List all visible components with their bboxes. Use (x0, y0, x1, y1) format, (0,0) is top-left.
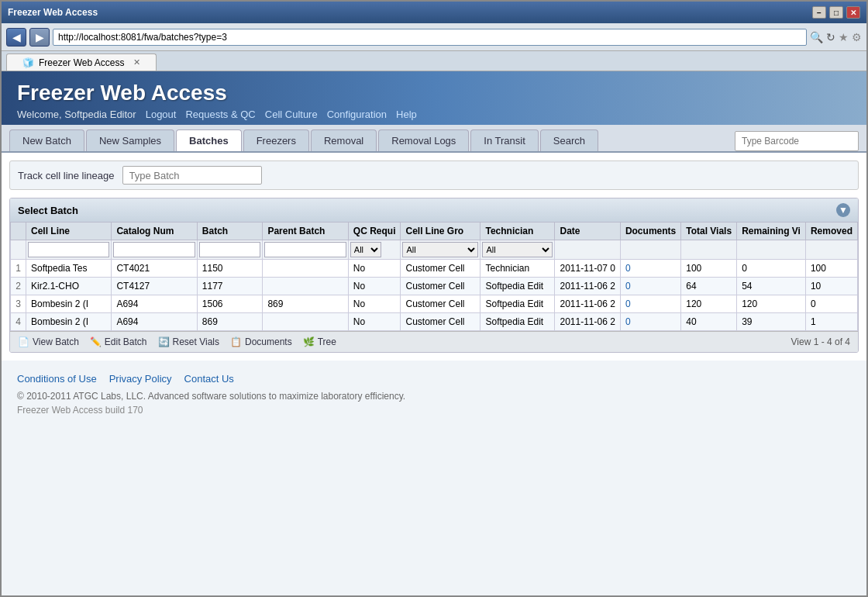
cell-parent-batch (263, 278, 348, 295)
cell-documents: 0 (620, 313, 680, 331)
cell-date: 2011-11-06 2 (555, 313, 620, 331)
table-row[interactable]: 1 Softpedia Tes CT4021 1150 No Customer … (11, 260, 858, 278)
cell-catalog-num: A694 (112, 295, 197, 313)
conditions-link[interactable]: Conditions of Use (17, 373, 97, 385)
tab-batches[interactable]: Batches (176, 129, 242, 151)
cell-batch: 869 (197, 313, 263, 331)
nav-logout[interactable]: Logout (146, 109, 177, 120)
star-icon[interactable]: ★ (839, 31, 849, 43)
col-header-remaining-vials: Remaining Vi (737, 223, 806, 240)
url-input[interactable] (53, 29, 807, 46)
nav-requests-qc[interactable]: Requests & QC (185, 109, 255, 120)
filter-cell-line-group[interactable]: AllCustomer Cells (402, 242, 478, 257)
cell-remaining-vials: 0 (737, 260, 806, 278)
cell-cell-line: Bombesin 2 (I (26, 313, 112, 331)
cell-removed: 0 (805, 295, 857, 313)
col-header-cell-line: Cell Line (26, 223, 112, 240)
tab-close-button[interactable]: ✕ (133, 57, 140, 67)
tab-new-samples[interactable]: New Samples (86, 129, 174, 151)
cell-batch: 1177 (197, 278, 263, 295)
tab-in-transit[interactable]: In Transit (470, 129, 538, 151)
footer-build: Freezer Web Access build 170 (17, 405, 851, 416)
settings-icon[interactable]: ⚙ (852, 31, 862, 43)
view-batch-button[interactable]: 📄 View Batch (18, 336, 79, 347)
filter-parent-batch[interactable] (264, 242, 346, 257)
cell-remaining-vials: 39 (737, 313, 806, 331)
cell-qc-required: No (348, 295, 401, 313)
col-header-technician: Technician (480, 223, 555, 240)
main-tabs: New Batch New Samples Batches Freezers R… (2, 125, 866, 151)
tab-search[interactable]: Search (540, 129, 598, 151)
title-bar: Freezer Web Access − □ ✕ (2, 2, 866, 23)
filter-batch[interactable] (199, 242, 261, 257)
table-row[interactable]: 3 Bombesin 2 (I A694 1506 869 No Custome… (11, 295, 858, 313)
app-header: Freezer Web Access Welcome, Softpedia Ed… (2, 71, 866, 125)
cell-cell-line-group: Customer Cell (401, 313, 480, 331)
browser-tab-active[interactable]: 🧊 Freezer Web Access ✕ (6, 53, 157, 71)
panel-collapse-button[interactable]: ▼ (836, 203, 850, 217)
nav-cell-culture[interactable]: Cell Culture (265, 109, 318, 120)
nav-help[interactable]: Help (396, 109, 417, 120)
cell-remaining-vials: 120 (737, 295, 806, 313)
table-row[interactable]: 2 Kir2.1-CHO CT4127 1177 No Customer Cel… (11, 278, 858, 295)
cell-num: 2 (11, 278, 26, 295)
reset-vials-icon: 🔄 (158, 336, 170, 347)
cell-technician: Softpedia Edit (480, 295, 555, 313)
cell-date: 2011-11-06 2 (555, 278, 620, 295)
barcode-input[interactable] (735, 131, 859, 151)
cell-num: 4 (11, 313, 26, 331)
col-header-total-vials: Total Vials (681, 223, 737, 240)
tab-removal-logs[interactable]: Removal Logs (378, 129, 469, 151)
filter-cell-line[interactable] (28, 242, 109, 257)
privacy-link[interactable]: Privacy Policy (109, 373, 172, 385)
footer-links: Conditions of Use Privacy Policy Contact… (17, 373, 851, 385)
close-button[interactable]: ✕ (846, 6, 860, 19)
page-body: Track cell line lineage Select Batch ▼ C… (2, 151, 866, 361)
app-nav: Welcome, Softpedia Editor Logout Request… (17, 109, 851, 120)
track-input[interactable] (122, 166, 262, 185)
address-bar: ◀ ▶ 🔍 ↻ ★ ⚙ (2, 23, 866, 51)
cell-batch: 1506 (197, 295, 263, 313)
documents-button[interactable]: 📋 Documents (230, 336, 292, 347)
filter-qc-required[interactable]: AllYesNo (350, 242, 381, 257)
view-batch-icon: 📄 (18, 336, 29, 347)
cell-cell-line-group: Customer Cell (401, 260, 480, 278)
cell-date: 2011-11-07 0 (555, 260, 620, 278)
col-header-documents: Documents (620, 223, 680, 240)
track-label: Track cell line lineage (18, 170, 115, 181)
tab-removal[interactable]: Removal (311, 129, 377, 151)
app-title: Freezer Web Access (17, 81, 851, 105)
cell-catalog-num: CT4127 (112, 278, 197, 295)
edit-batch-icon: ✏️ (90, 336, 102, 347)
table-filter-row: AllYesNo AllCustomer Cells (11, 240, 858, 260)
tree-button[interactable]: 🌿 Tree (303, 336, 336, 347)
col-header-date: Date (555, 223, 620, 240)
nav-configuration[interactable]: Configuration (327, 109, 387, 120)
cell-removed: 10 (805, 278, 857, 295)
filter-technician[interactable]: AllTechnicianSoftpedia Edit (482, 242, 553, 257)
filter-catalog-num[interactable] (113, 242, 195, 257)
col-header-qc-required: QC Requi (348, 223, 401, 240)
tab-new-batch[interactable]: New Batch (9, 129, 84, 151)
col-header-batch: Batch (197, 223, 263, 240)
cell-cell-line: Bombesin 2 (I (26, 295, 112, 313)
cell-catalog-num: CT4021 (112, 260, 197, 278)
back-button[interactable]: ◀ (6, 28, 26, 47)
col-header-num (11, 223, 26, 240)
refresh-icon[interactable]: ↻ (826, 31, 835, 43)
search-icon: 🔍 (810, 31, 823, 43)
table-row[interactable]: 4 Bombesin 2 (I A694 869 No Customer Cel… (11, 313, 858, 331)
track-cell-line-bar: Track cell line lineage (9, 160, 859, 190)
cell-removed: 100 (805, 260, 857, 278)
edit-batch-button[interactable]: ✏️ Edit Batch (90, 336, 147, 347)
forward-button[interactable]: ▶ (29, 28, 50, 47)
select-batch-panel: Select Batch ▼ Cell Line Catalog Num Bat… (9, 198, 859, 353)
minimize-button[interactable]: − (812, 6, 826, 19)
cell-technician: Softpedia Edit (480, 313, 555, 331)
maximize-button[interactable]: □ (829, 6, 843, 19)
view-info: View 1 - 4 of 4 (791, 336, 851, 347)
contact-link[interactable]: Contact Us (184, 373, 234, 385)
tab-freezers[interactable]: Freezers (243, 129, 309, 151)
cell-total-vials: 64 (681, 278, 737, 295)
reset-vials-button[interactable]: 🔄 Reset Vials (158, 336, 219, 347)
